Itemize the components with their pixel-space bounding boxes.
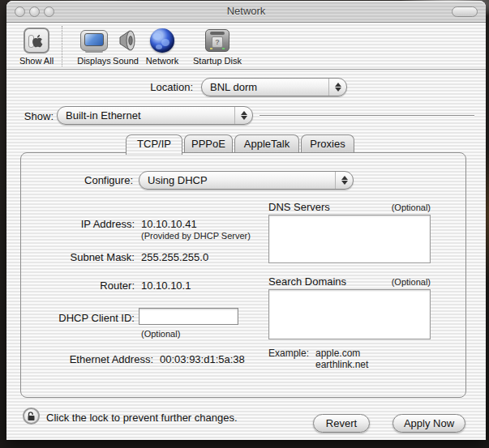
show-divider [260, 115, 474, 116]
toolbar-item-show-all[interactable]: Show All [13, 26, 60, 66]
search-domains-label: Search Domains [268, 275, 346, 288]
dhcp-client-id-input[interactable] [139, 308, 238, 325]
lock-button[interactable] [23, 407, 40, 425]
search-domains-field[interactable] [268, 289, 431, 339]
dhcp-optional-note: (Optional) [141, 329, 180, 339]
tab-proxies[interactable]: Proxies [301, 134, 354, 153]
toolbar-label: Startup Disk [187, 56, 248, 66]
configure-popup[interactable]: Using DHCP [139, 171, 354, 190]
toolbar-separator [62, 26, 62, 66]
location-popup-value: BNL dorm [202, 81, 328, 93]
show-label: Show: [18, 110, 54, 122]
toolbar-item-sound[interactable]: Sound [109, 26, 142, 66]
configure-popup-value: Using DHCP [139, 174, 335, 186]
router-value: 10.10.10.1 [141, 279, 191, 292]
ip-address-label: IP Address: [37, 218, 135, 230]
startup-disk-icon: ? [205, 29, 229, 52]
titlebar[interactable]: Network [6, 1, 486, 23]
toolbar-item-startup-disk[interactable]: ? Startup Disk [187, 26, 248, 66]
popup-arrows-icon [328, 79, 346, 96]
dns-servers-header: DNS Servers (Optional) [268, 201, 431, 213]
subnet-mask-label: Subnet Mask: [37, 251, 135, 263]
toolbar-toggle-button[interactable] [452, 6, 478, 17]
toolbar-label: Sound [109, 56, 142, 66]
example-line2: earthlink.net [315, 359, 368, 370]
popup-arrows-icon [335, 172, 353, 189]
toolbar-label: Network [141, 56, 183, 66]
apply-now-button[interactable]: Apply Now [392, 414, 465, 433]
ethernet-address-label: Ethernet Address: [37, 353, 153, 365]
ip-address-value: 10.10.10.41 [141, 218, 197, 230]
example-label: Example: [268, 348, 309, 359]
unlocked-padlock-icon [27, 412, 36, 421]
toolbar-item-network[interactable]: Network [141, 26, 183, 66]
router-label: Router: [37, 279, 135, 292]
dns-servers-label: DNS Servers [268, 201, 330, 213]
location-label: Location: [128, 81, 193, 93]
example-line1: apple.com [315, 348, 360, 359]
popup-arrows-icon [234, 107, 252, 124]
network-globe-icon [150, 28, 174, 53]
dhcp-client-id-label: DHCP Client ID: [37, 312, 135, 324]
tab-appletalk[interactable]: AppleTalk [234, 134, 299, 153]
ethernet-address-value: 00:03:93:d1:5a:38 [160, 353, 245, 365]
lock-hint-text: Click the lock to prevent further change… [46, 412, 238, 424]
location-popup[interactable]: BNL dorm [201, 78, 347, 96]
dns-optional-note: (Optional) [392, 203, 431, 212]
apple-icon [24, 28, 49, 53]
tab-pppoe[interactable]: PPPoE [184, 134, 233, 153]
desktop: Network Show All Displays [0, 0, 489, 448]
sound-icon [114, 28, 138, 53]
show-popup[interactable]: Built-in Ethernet [57, 106, 253, 125]
show-popup-value: Built-in Ethernet [58, 109, 234, 122]
search-optional-note: (Optional) [392, 277, 431, 287]
tab-tcpip[interactable]: TCP/IP [126, 134, 182, 155]
window-title: Network [6, 5, 486, 17]
search-domains-header: Search Domains (Optional) [268, 275, 431, 288]
dns-servers-field[interactable] [268, 215, 431, 263]
subnet-mask-value: 255.255.255.0 [141, 251, 208, 263]
configure-label: Configure: [44, 174, 133, 186]
revert-button[interactable]: Revert [313, 414, 370, 433]
network-preferences-window: Network Show All Displays [6, 1, 486, 440]
tcpip-panel: Configure: Using DHCP IP Address: 10.10.… [20, 152, 466, 398]
ip-address-note: (Provided by DHCP Server) [141, 231, 251, 241]
toolbar-label: Show All [13, 56, 60, 66]
preferences-toolbar: Show All Displays Sound [6, 23, 486, 70]
displays-icon [80, 30, 108, 51]
